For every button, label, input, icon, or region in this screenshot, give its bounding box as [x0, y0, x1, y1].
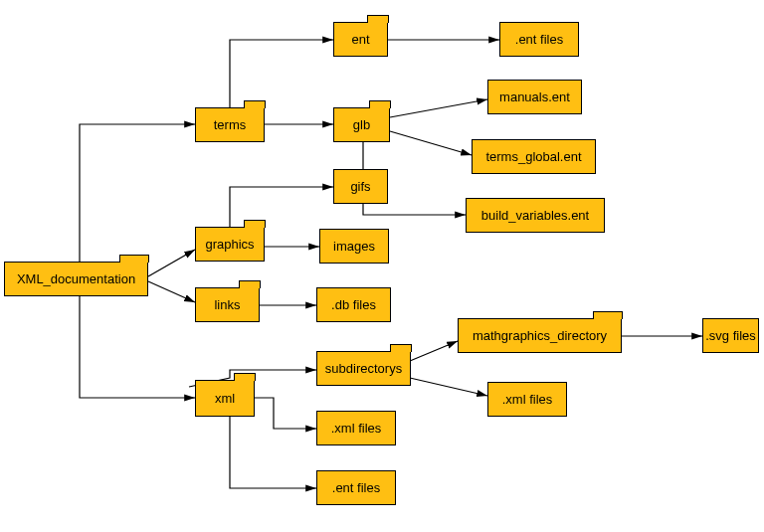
- node-subdirs: subdirectorys: [316, 351, 411, 386]
- label-entfiles0: .ent files: [515, 32, 563, 47]
- label-subdirs: subdirectorys: [325, 361, 402, 376]
- label-xml: xml: [215, 391, 235, 406]
- node-entfiles1: .ent files: [316, 470, 396, 505]
- node-ent: ent: [333, 22, 388, 57]
- label-manuals: manuals.ent: [499, 89, 570, 104]
- label-entfiles1: .ent files: [332, 480, 380, 495]
- node-graphics: graphics: [195, 227, 265, 262]
- node-terms: terms: [195, 107, 265, 142]
- label-dbfiles: .db files: [331, 297, 376, 312]
- node-gifs: gifs: [333, 169, 388, 204]
- node-glb: glb: [333, 107, 390, 142]
- label-images: images: [333, 239, 375, 254]
- node-links: links: [195, 287, 260, 322]
- label-xmlfiles2: .xml files: [502, 392, 553, 407]
- label-graphics: graphics: [205, 237, 254, 252]
- node-xmlfiles1: .xml files: [316, 411, 396, 445]
- node-svgfiles: .svg files: [702, 318, 759, 353]
- label-xmlfiles1: .xml files: [331, 421, 382, 436]
- label-terms: terms: [214, 117, 247, 132]
- label-links: links: [214, 297, 240, 312]
- label-termsglobal: terms_global.ent: [485, 149, 581, 164]
- node-buildvars: build_variables.ent: [466, 198, 605, 233]
- node-manuals: manuals.ent: [487, 80, 582, 114]
- node-xml: xml: [195, 380, 255, 417]
- label-gifs: gifs: [350, 179, 370, 194]
- node-dbfiles: .db files: [316, 287, 391, 322]
- node-entfiles0: .ent files: [499, 22, 579, 57]
- label-root: XML_documentation: [17, 271, 135, 286]
- node-termsglobal: terms_global.ent: [472, 139, 596, 174]
- label-ent: ent: [351, 32, 369, 47]
- node-xmlfiles2: .xml files: [487, 382, 567, 417]
- node-root: XML_documentation: [4, 262, 148, 296]
- label-svgfiles: .svg files: [705, 328, 756, 343]
- node-mathgraphics: mathgraphics_directory: [458, 318, 622, 353]
- node-images: images: [319, 229, 389, 264]
- label-glb: glb: [353, 117, 370, 132]
- label-buildvars: build_variables.ent: [481, 208, 589, 223]
- label-mathgraphics: mathgraphics_directory: [473, 328, 607, 343]
